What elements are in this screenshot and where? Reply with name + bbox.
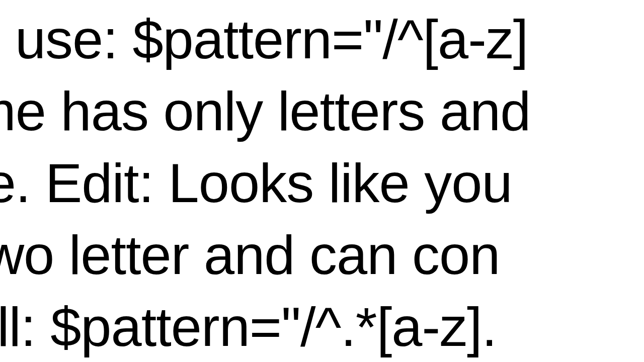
cropped-text-block: an use: $pattern="/^[a-z] ame has only l… [0, 3, 530, 362]
text-line-3: me. Edit: Looks like you [0, 152, 512, 214]
text-line-1: an use: $pattern="/^[a-z] [0, 8, 528, 70]
text-line-4: t two letter and can con [0, 224, 500, 286]
text-line-2: ame has only letters and [0, 80, 530, 142]
text-line-5: vell: $pattern="/^.*[a-z]. [0, 296, 497, 357]
